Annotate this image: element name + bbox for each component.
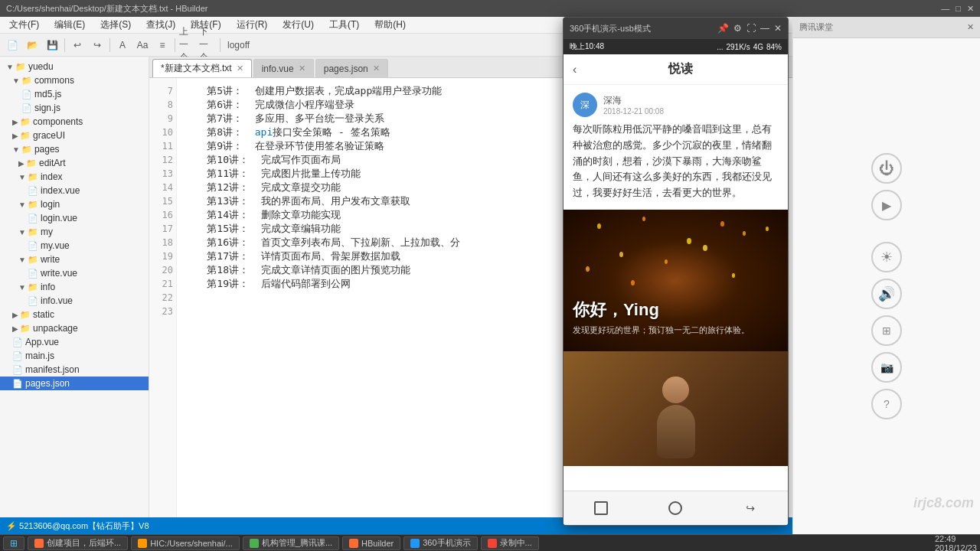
toolbar-font[interactable]: A <box>113 37 132 54</box>
sidebar-item-write[interactable]: ▼ 📁 write <box>0 253 149 266</box>
phone-pin-button[interactable]: 📌 <box>717 23 729 34</box>
phone-close-button[interactable]: ✕ <box>774 23 782 34</box>
unpackage-folder-icon: 📁 <box>20 324 31 334</box>
toolbar-prev[interactable]: 上一个 <box>178 37 197 54</box>
comment-header: 深 深海 2018-12-21 00:08 <box>573 93 779 117</box>
brightness-icon[interactable]: ☀ <box>871 242 902 272</box>
phone-content[interactable]: 深 深海 2018-12-21 00:08 每次听陈粒用低沉平静的嗓音唱到这里，… <box>564 85 788 491</box>
window-title: C:/Users/shenhai/Desktop/新建文本文档.txt - HB… <box>6 3 207 15</box>
sidebar-item-main-js[interactable]: 📄 main.js <box>0 349 149 363</box>
sidebar-item-index-vue[interactable]: 📄 index.vue <box>0 184 149 197</box>
back-button[interactable]: ‹ <box>573 63 577 77</box>
sidebar-item-write-vue[interactable]: 📄 write.vue <box>0 266 149 280</box>
toolbar-save[interactable]: 💾 <box>43 37 61 54</box>
tab-pages-json-close[interactable]: ✕ <box>373 64 380 73</box>
jigou-icon <box>250 539 259 548</box>
sidebar-item-commons[interactable]: ▼ 📁 commons <box>0 73 149 87</box>
sidebar-item-my-vue[interactable]: 📄 my.vue <box>0 239 149 253</box>
sidebar-item-my[interactable]: ▼ 📁 my <box>0 225 149 239</box>
taskbar-hbuilder[interactable]: HBuilder <box>342 536 400 550</box>
toolbar-open[interactable]: 📂 <box>23 37 41 54</box>
phone-speed: 291K/s <box>727 43 750 51</box>
my-folder-icon: 📁 <box>28 227 38 237</box>
minimize-button[interactable]: — <box>941 4 949 14</box>
grid-icon[interactable]: ⊞ <box>871 315 902 346</box>
menu-run[interactable]: 运行(R) <box>230 17 274 33</box>
sidebar-item-pages[interactable]: ▼ 📁 pages <box>0 142 149 156</box>
phone-window-controls[interactable]: 📌 ⚙ ⛶ — ✕ <box>717 23 782 34</box>
screenshot-icon[interactable]: 📷 <box>871 352 902 383</box>
toolbar-redo[interactable]: ↪ <box>88 37 106 54</box>
taskbar-360phone[interactable]: 360手机演示 <box>403 536 477 550</box>
taskbar-record[interactable]: 录制中... <box>481 536 539 550</box>
sidebar-item-md5[interactable]: 📄 md5.js <box>0 87 149 101</box>
lantern-3 <box>687 238 691 244</box>
nav-home-button[interactable] <box>662 497 689 520</box>
sidebar-editart-label: editArt <box>39 158 66 168</box>
taskbar-hbuilder-path[interactable]: HIC:/Users/shenhai/... <box>131 536 240 550</box>
nav-recent-button[interactable] <box>587 497 615 520</box>
sidebar-item-index[interactable]: ▼ 📁 index <box>0 170 149 184</box>
sidebar-item-app-vue[interactable]: 📄 App.vue <box>0 335 149 349</box>
sidebar-item-static[interactable]: ▶ 📁 static <box>0 308 149 321</box>
toolbar-format[interactable]: ≡ <box>153 37 172 54</box>
taskbar-hbuilder-path-label: HIC:/Users/shenhai/... <box>150 539 233 548</box>
power-icon[interactable]: ⏻ <box>871 153 902 184</box>
lantern-4 <box>720 221 724 227</box>
phone-title: 360手机演示-usb模式 <box>570 23 651 34</box>
menu-file[interactable]: 文件(F) <box>3 17 45 33</box>
taskbar-chuangjian[interactable]: 创建项目，后端环... <box>28 536 128 550</box>
tab-pages-json[interactable]: pages.json ✕ <box>315 59 388 77</box>
sidebar-root-yuedu[interactable]: ▼ 📁 yuedu <box>0 60 149 73</box>
sidebar-index-label: index <box>41 171 63 182</box>
sidebar-item-info-vue[interactable]: 📄 info.vue <box>0 294 149 308</box>
menu-help[interactable]: 帮助(H) <box>368 17 412 33</box>
maximize-button[interactable]: □ <box>956 4 961 14</box>
taskbar-jigou[interactable]: 机构管理_腾讯课... <box>243 536 339 550</box>
close-button[interactable]: ✕ <box>967 4 974 14</box>
sidebar-item-info[interactable]: ▼ 📁 info <box>0 280 149 294</box>
right-panel-controls[interactable]: ✕ <box>967 22 974 32</box>
taskbar-jigou-label: 机构管理_腾讯课... <box>262 537 332 549</box>
menu-edit[interactable]: 编辑(E) <box>48 17 91 33</box>
taskbar-start[interactable]: ⊞ <box>3 536 24 550</box>
play-icon[interactable]: ▶ <box>871 190 902 220</box>
tab-new-txt-close[interactable]: ✕ <box>237 64 243 73</box>
menu-publish[interactable]: 发行(U) <box>276 17 320 33</box>
sidebar-item-unpackage[interactable]: ▶ 📁 unpackage <box>0 321 149 335</box>
menu-find[interactable]: 查找(J) <box>140 17 181 33</box>
nav-back-button[interactable]: ↩ <box>737 497 764 520</box>
sidebar-item-manifest[interactable]: 📄 manifest.json <box>0 363 149 377</box>
lantern-10 <box>766 227 769 231</box>
phone-settings-button[interactable]: ⚙ <box>733 23 742 34</box>
volume-icon[interactable]: 🔊 <box>871 279 902 309</box>
sidebar-item-editart[interactable]: ▶ 📁 editArt <box>0 156 149 170</box>
sidebar-item-components[interactable]: ▶ 📁 components <box>0 115 149 129</box>
tab-new-txt[interactable]: *新建文本文档.txt ✕ <box>152 59 252 77</box>
toolbar-run[interactable]: logoff <box>224 37 253 54</box>
toolbar-new[interactable]: 📄 <box>3 37 21 54</box>
portrait-body <box>657 405 695 458</box>
phone-minimize-button[interactable]: — <box>760 23 769 34</box>
sidebar-item-pages-json[interactable]: 📄 pages.json <box>0 377 149 390</box>
sidebar-item-login[interactable]: ▼ 📁 login <box>0 197 149 211</box>
tab-info-vue-close[interactable]: ✕ <box>299 64 305 73</box>
window-controls[interactable]: — □ ✕ <box>941 4 974 14</box>
menu-select[interactable]: 选择(S) <box>94 17 137 33</box>
toolbar-next[interactable]: 下一个 <box>198 37 217 54</box>
portrait-section[interactable] <box>564 351 788 466</box>
sidebar-write-label: write <box>41 254 60 265</box>
help-icon[interactable]: ? <box>871 389 902 419</box>
banner-section[interactable]: 你好，Ying 发现更好玩的世界；预订独一无二的旅行体验。 <box>564 210 788 351</box>
sidebar-item-login-vue[interactable]: 📄 login.vue <box>0 211 149 225</box>
toolbar-sep4 <box>220 38 220 52</box>
phone-fullscreen-button[interactable]: ⛶ <box>746 23 756 34</box>
sidebar-item-sign[interactable]: 📄 sign.js <box>0 101 149 115</box>
360phone-icon <box>410 539 420 548</box>
tab-info-vue[interactable]: info.vue ✕ <box>253 59 314 77</box>
toolbar-size[interactable]: Aa <box>133 37 152 54</box>
toolbar-undo[interactable]: ↩ <box>68 37 87 54</box>
menu-tools[interactable]: 工具(T) <box>323 17 365 33</box>
sidebar-item-graceui[interactable]: ▶ 📁 graceUI <box>0 129 149 142</box>
sidebar-pages-json-label: pages.json <box>25 378 70 389</box>
